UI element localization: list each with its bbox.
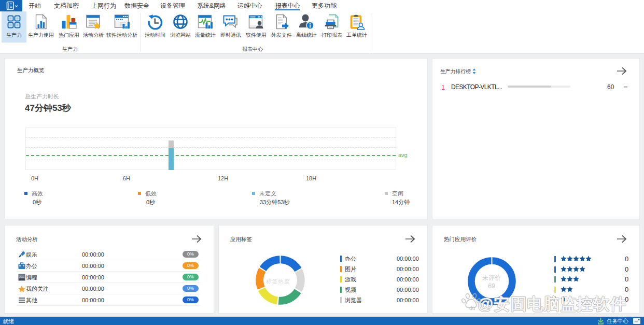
svg-text:du: du: [469, 305, 475, 311]
